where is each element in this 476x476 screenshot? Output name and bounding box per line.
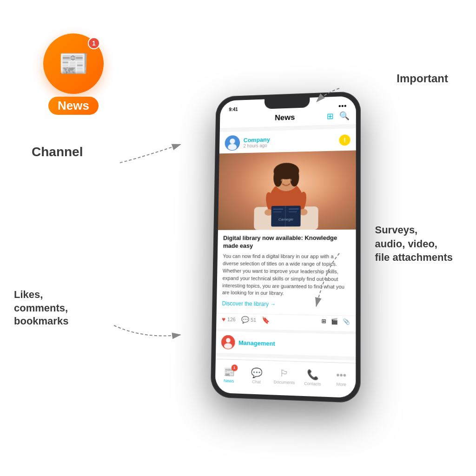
card-actions-left: ♥ 126 💬 51 🔖 xyxy=(222,316,270,324)
comments-count: 51 xyxy=(251,317,256,323)
phone-wrapper: 9:41 ●●● News ⊞ 🔍 xyxy=(211,91,361,403)
nav-item-news[interactable]: 📰 1 News xyxy=(215,365,243,383)
card-header: Company 2 hours ago ! xyxy=(219,128,356,153)
nav-label-more: More xyxy=(336,382,346,387)
docs-nav-icon: 🏳 xyxy=(280,368,289,379)
contacts-nav-icon: 📞 xyxy=(307,369,319,381)
comment-icon: 💬 xyxy=(241,316,249,324)
signal-icons: ●●● xyxy=(338,103,347,108)
content-area: Company 2 hours ago ! xyxy=(216,125,356,360)
annotation-channel: Channel xyxy=(32,144,83,160)
card-title: Digital library now available: Knowledge… xyxy=(223,234,350,250)
nav-label-docs: Documents xyxy=(274,380,295,385)
news-card-1: Company 2 hours ago ! xyxy=(216,128,356,331)
author-avatar xyxy=(225,135,240,151)
news-label: News xyxy=(48,97,99,115)
svg-rect-22 xyxy=(289,211,297,212)
nav-item-documents[interactable]: 🏳 Documents xyxy=(270,368,298,385)
annotation-surveys: Surveys,audio, video,file attachments xyxy=(375,223,453,264)
phone-inner: 9:41 ●●● News ⊞ 🔍 xyxy=(215,96,356,398)
comment-action[interactable]: 💬 51 xyxy=(241,316,256,324)
attachment-icon[interactable]: 📎 xyxy=(343,318,350,325)
phone-outer: 9:41 ●●● News ⊞ 🔍 xyxy=(211,91,361,403)
card-footer: ♥ 126 💬 51 🔖 ⊞ xyxy=(216,313,356,328)
time: 9:41 xyxy=(229,107,238,112)
important-badge: ! xyxy=(339,134,350,145)
bookmark-action[interactable]: 🔖 xyxy=(262,317,270,324)
svg-rect-19 xyxy=(273,209,284,210)
card-image: Carnegie xyxy=(218,151,356,230)
news-circle: 📰 1 xyxy=(43,33,104,94)
author-name: Company xyxy=(244,136,270,144)
card-body: Digital library now available: Knowledge… xyxy=(217,230,356,316)
bottom-nav: 📰 1 News 💬 Chat 🏳 Documents 📞 Contacts xyxy=(215,359,356,398)
nav-item-chat[interactable]: 💬 Chat xyxy=(243,366,271,384)
chat-nav-icon: 💬 xyxy=(251,367,262,378)
nav-badge: 1 xyxy=(231,364,238,371)
survey-icon[interactable]: ⊞ xyxy=(321,318,326,325)
svg-rect-21 xyxy=(289,208,299,209)
nav-item-more[interactable]: ••• More xyxy=(327,369,356,387)
phone-notch xyxy=(264,98,310,109)
author-name-2: Management xyxy=(238,339,275,347)
video-icon[interactable]: 🎬 xyxy=(331,318,338,325)
bookmark-icon-sm: 🔖 xyxy=(262,317,270,324)
svg-text:Carnegie: Carnegie xyxy=(278,217,294,221)
annotation-likes: Likes,comments,bookmarks xyxy=(14,288,68,328)
card-author: Company 2 hours ago xyxy=(225,134,270,151)
card-text: You can now find a digital library in ou… xyxy=(222,253,350,298)
news-badge: 📰 1 News xyxy=(32,27,115,120)
app-header-title: News xyxy=(275,113,295,123)
nav-label-news: News xyxy=(224,378,234,383)
author-avatar-2 xyxy=(221,335,235,350)
news-card-2: Management xyxy=(216,331,356,357)
header-icons: ⊞ 🔍 xyxy=(327,111,350,121)
news-circle-badge: 1 xyxy=(88,37,100,49)
news-circle-icon: 📰 xyxy=(59,49,89,78)
annotation-important: Important xyxy=(397,72,448,86)
header-spacer xyxy=(226,119,244,119)
search-icon[interactable]: 🔍 xyxy=(339,111,350,121)
heart-icon: ♥ xyxy=(222,316,225,323)
nav-label-contacts: Contacts xyxy=(304,381,321,386)
card2-header: Management xyxy=(221,335,350,353)
author-info: Company 2 hours ago xyxy=(243,136,270,149)
more-nav-icon: ••• xyxy=(336,370,346,381)
author-time: 2 hours ago xyxy=(243,143,270,148)
svg-rect-20 xyxy=(273,212,282,212)
card-link[interactable]: Discover the library → xyxy=(222,300,350,309)
nav-item-contacts[interactable]: 📞 Contacts xyxy=(298,368,327,386)
nav-label-chat: Chat xyxy=(252,379,261,384)
like-action[interactable]: ♥ 126 xyxy=(222,316,236,324)
bookmark-icon[interactable]: ⊞ xyxy=(327,111,334,121)
likes-count: 126 xyxy=(227,317,236,322)
card-actions-right: ⊞ 🎬 📎 xyxy=(321,318,350,325)
